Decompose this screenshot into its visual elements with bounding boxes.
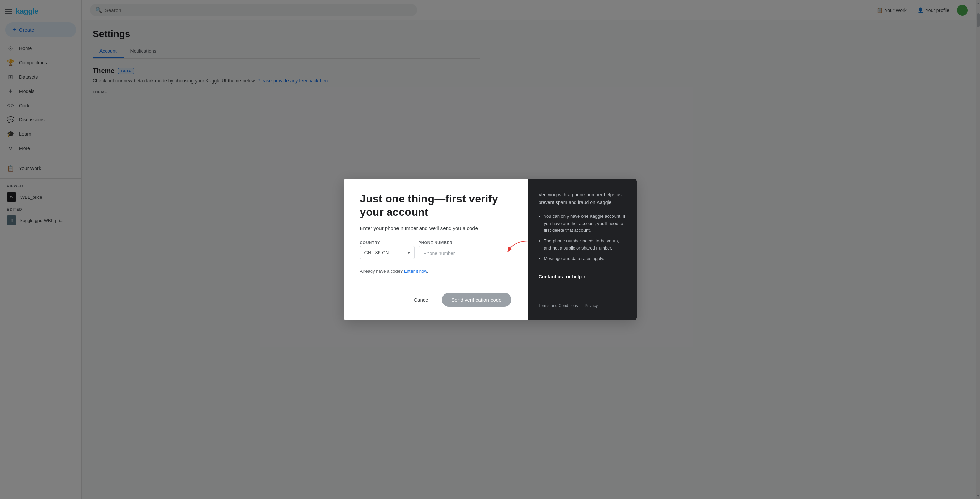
send-verification-button[interactable]: Send verification code: [442, 293, 511, 307]
dialog-right-footer: Terms and Conditions · Privacy: [539, 303, 626, 308]
dialog-title: Just one thing—first verify your account: [360, 192, 511, 218]
dialog-right-intro: Verifying with a phone number helps us p…: [539, 191, 626, 206]
phone-input[interactable]: [418, 246, 511, 260]
dialog-right-panel: Verifying with a phone number helps us p…: [528, 179, 636, 320]
modal-overlay[interactable]: Just one thing—first verify your account…: [0, 0, 980, 499]
already-have-code-text: Already have a code? Enter it now.: [360, 269, 511, 274]
dialog-footer: Cancel Send verification code: [360, 287, 511, 307]
dialog-left-panel: Just one thing—first verify your account…: [344, 179, 528, 320]
phone-input-wrapper: [418, 246, 511, 260]
contact-us-link[interactable]: Contact us for help ›: [539, 274, 626, 279]
terms-link[interactable]: Terms and Conditions: [539, 303, 578, 308]
verify-dialog: Just one thing—first verify your account…: [344, 179, 636, 320]
phone-form-row: COUNTRY CN +86 CN ▾ PHONE NUMBER: [360, 241, 511, 260]
footer-separator: ·: [581, 303, 582, 308]
country-value: CN +86 CN: [364, 250, 389, 255]
bullet-3: Message and data rates apply.: [544, 255, 626, 263]
country-label: COUNTRY: [360, 241, 415, 245]
chevron-right-icon: ›: [584, 274, 585, 279]
enter-it-now-link[interactable]: Enter it now: [404, 269, 427, 274]
phone-label: PHONE NUMBER: [418, 241, 511, 245]
country-field: COUNTRY CN +86 CN ▾: [360, 241, 415, 259]
bullet-1: You can only have one Kaggle account. If…: [544, 213, 626, 234]
bullet-2: The phone number needs to be yours, and …: [544, 238, 626, 252]
contact-us-label: Contact us for help: [539, 274, 582, 279]
dialog-right-bullets: You can only have one Kaggle account. If…: [539, 213, 626, 266]
cancel-button[interactable]: Cancel: [407, 293, 436, 306]
privacy-link[interactable]: Privacy: [584, 303, 598, 308]
country-select[interactable]: CN +86 CN ▾: [360, 246, 415, 259]
dialog-subtitle: Enter your phone number and we'll send y…: [360, 225, 511, 231]
phone-field: PHONE NUMBER: [418, 241, 511, 260]
chevron-down-icon: ▾: [408, 250, 410, 255]
